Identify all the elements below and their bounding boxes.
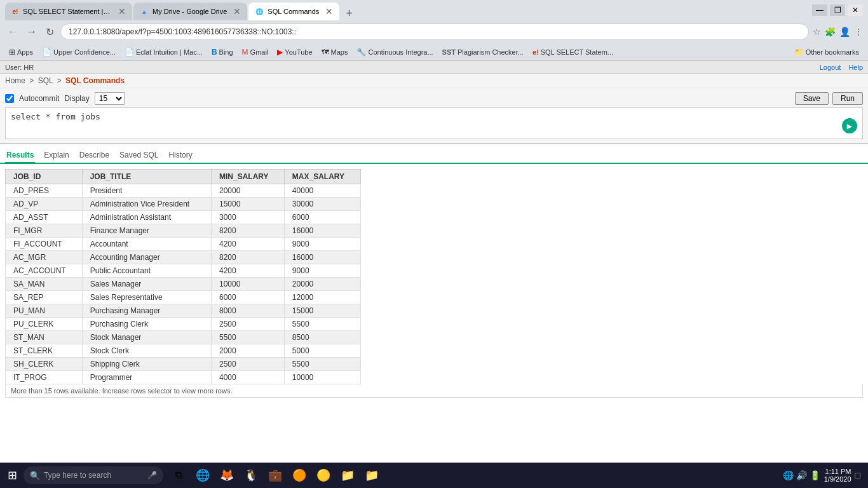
new-tab-button[interactable]: +: [341, 7, 358, 20]
table-cell-5-1: Accounting Manager: [82, 251, 211, 264]
bookmark-apps[interactable]: ⊞ Apps: [5, 46, 37, 58]
tab-describe[interactable]: Describe: [78, 148, 111, 164]
back-button[interactable]: ←: [5, 25, 20, 39]
close-button[interactable]: ✕: [848, 4, 863, 16]
bookmark-star-icon[interactable]: ☆: [813, 27, 821, 37]
network-icon[interactable]: 🌐: [783, 470, 794, 480]
tab-explain[interactable]: Explain: [43, 148, 70, 164]
forward-button[interactable]: →: [24, 25, 39, 39]
table-row: SH_CLERKShipping Clerk25005500: [6, 358, 361, 371]
display-select[interactable]: 5 10 15 25 50 100: [95, 92, 125, 105]
run-button[interactable]: Run: [832, 92, 863, 105]
sql-toolbar-left: Autocommit Display 5 10 15 25 50 100: [5, 92, 125, 105]
table-cell-3-3: 16000: [284, 224, 360, 238]
taskbar-search-bar[interactable]: 🔍 🎤: [24, 466, 163, 484]
bookmark-maps[interactable]: 🗺 Maps: [318, 46, 352, 58]
taskbar-app-3[interactable]: 💼: [264, 464, 287, 487]
table-row: ST_CLERKStock Clerk20005000: [6, 344, 361, 358]
table-cell-6-0: AC_ACCOUNT: [6, 264, 83, 278]
table-cell-7-3: 20000: [284, 278, 360, 291]
breadcrumb-sep-1: >: [29, 76, 36, 85]
table-cell-12-0: ST_CLERK: [6, 344, 83, 358]
taskbar-app-2[interactable]: 🐧: [240, 464, 262, 487]
bookmark-youtube-label: YouTube: [285, 48, 312, 56]
taskbar-app-6[interactable]: 📁: [336, 464, 359, 487]
bookmark-gmail-label: Gmail: [250, 48, 269, 56]
bookmark-eclat[interactable]: 📄 Eclat Intuition | Mac...: [121, 46, 207, 58]
volume-icon[interactable]: 🔊: [796, 470, 807, 480]
table-cell-10-2: 2500: [211, 318, 284, 331]
breadcrumb-home[interactable]: Home: [5, 76, 25, 85]
start-button[interactable]: ⊞: [3, 466, 22, 485]
tab-favicon-2: ▲: [140, 7, 149, 16]
tab-saved-sql[interactable]: Saved SQL: [118, 148, 159, 164]
help-link[interactable]: Help: [848, 64, 863, 71]
apps-icon: ⊞: [9, 48, 15, 57]
sql-input-area[interactable]: select * from jobs ▶: [5, 107, 863, 139]
bookmark-bing-label: Bing: [219, 48, 233, 56]
tab-history[interactable]: History: [167, 148, 193, 164]
table-row: FI_ACCOUNTAccountant42009000: [6, 238, 361, 251]
extensions-icon[interactable]: 🧩: [825, 27, 836, 37]
autocommit-checkbox[interactable]: [5, 94, 14, 103]
microphone-icon: 🎤: [147, 471, 157, 480]
table-cell-9-0: PU_MAN: [6, 304, 83, 318]
bookmark-continuous-integra[interactable]: 🔧 Continuous Integra...: [353, 46, 437, 58]
taskbar-app-1[interactable]: 🦊: [215, 464, 238, 487]
bookmark-sql-select[interactable]: e! SQL SELECT Statem...: [529, 47, 617, 57]
battery-icon[interactable]: 🔋: [810, 470, 820, 480]
taskbar-app-taskview[interactable]: ⧉: [167, 464, 190, 487]
taskbar-time-text: 1:11 PM: [824, 468, 851, 475]
taskbar-app-chrome[interactable]: 🌐: [191, 464, 214, 487]
breadcrumb-sql[interactable]: SQL: [38, 76, 53, 85]
bookmark-other-label: Other bookmarks: [806, 48, 859, 56]
gmail-icon: M: [242, 48, 248, 57]
table-cell-6-3: 9000: [284, 264, 360, 278]
table-cell-5-0: AC_MGR: [6, 251, 83, 264]
tab-sql-select[interactable]: e! SQL SELECT Statement | SQL SEL... ✕: [5, 3, 132, 20]
table-cell-1-3: 30000: [284, 198, 360, 211]
table-cell-6-2: 4200: [211, 264, 284, 278]
bookmark-other[interactable]: 📁 Other bookmarks: [790, 46, 863, 58]
tab-google-drive[interactable]: ▲ My Drive - Google Drive ✕: [133, 3, 247, 20]
tab-sql-commands[interactable]: 🌐 SQL Commands ✕: [248, 3, 339, 20]
tab-results[interactable]: Results: [5, 148, 35, 164]
taskbar-system-icons: 🌐 🔊 🔋: [783, 470, 820, 480]
taskbar-clock[interactable]: 1:11 PM 1/9/2020: [824, 468, 851, 483]
taskbar-app-7[interactable]: 📁: [360, 464, 383, 487]
bookmark-apps-label: Apps: [17, 48, 33, 56]
bookmark-bing[interactable]: B Bing: [208, 46, 237, 58]
save-button[interactable]: Save: [795, 92, 829, 105]
profile-icon[interactable]: 👤: [839, 27, 850, 37]
table-cell-6-1: Public Accountant: [82, 264, 211, 278]
taskbar-app-5[interactable]: 🟡: [312, 464, 335, 487]
show-desktop-icon[interactable]: □: [855, 470, 860, 480]
taskbar-app-4[interactable]: 🟠: [288, 464, 311, 487]
table-cell-10-0: PU_CLERK: [6, 318, 83, 331]
taskbar-apps: ⧉ 🌐 🦊 🐧 💼 🟠 🟡 📁 📁: [167, 464, 383, 487]
bing-icon: B: [212, 48, 217, 57]
menu-icon[interactable]: ⋮: [854, 27, 863, 37]
refresh-button[interactable]: ↻: [43, 25, 57, 39]
tab-close-2[interactable]: ✕: [233, 6, 241, 17]
bookmark-youtube[interactable]: ▶ YouTube: [273, 46, 316, 58]
tab-close-1[interactable]: ✕: [118, 6, 126, 17]
search-icon: 🔍: [30, 471, 40, 480]
table-cell-13-2: 2500: [211, 358, 284, 371]
upper-confidence-icon: 📄: [42, 48, 51, 57]
logout-link[interactable]: Logout: [820, 64, 841, 71]
bookmark-upper-confidence[interactable]: 📄 Upper Confidence...: [38, 46, 119, 58]
bookmark-plagiarism[interactable]: SST Plagiarism Checker...: [438, 47, 527, 57]
restore-button[interactable]: ❐: [830, 4, 845, 16]
sql-run-icon[interactable]: ▶: [842, 118, 857, 133]
youtube-icon: ▶: [277, 48, 283, 57]
bookmark-gmail[interactable]: M Gmail: [238, 46, 273, 58]
table-cell-9-1: Purchasing Manager: [82, 304, 211, 318]
table-row: PU_CLERKPurchasing Clerk25005500: [6, 318, 361, 331]
table-cell-12-1: Stock Clerk: [82, 344, 211, 358]
col-header-job-id: JOB_ID: [6, 170, 83, 184]
minimize-button[interactable]: —: [812, 4, 827, 16]
taskbar-search-input[interactable]: [44, 471, 144, 480]
tab-close-3[interactable]: ✕: [325, 6, 333, 17]
url-bar[interactable]: 127.0.0.1:8080/apex/f?p=4500:1003:489616…: [60, 24, 809, 40]
